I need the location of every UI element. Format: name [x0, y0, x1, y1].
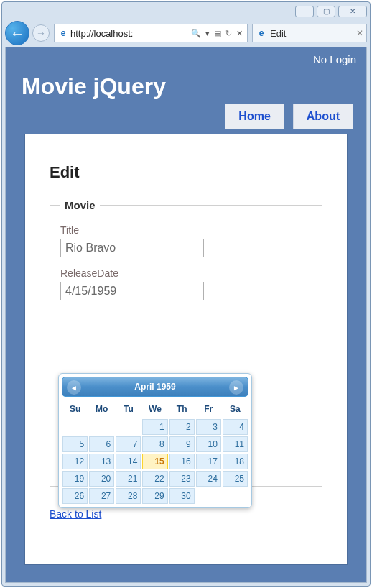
tab-close-icon[interactable]: ✕: [356, 28, 363, 38]
datepicker-day[interactable]: 3: [196, 419, 221, 435]
stop-icon[interactable]: ✕: [235, 29, 244, 38]
datepicker-day[interactable]: 13: [89, 454, 114, 469]
datepicker-day[interactable]: 21: [116, 471, 141, 487]
datepicker-day[interactable]: 7: [116, 436, 141, 452]
datepicker-empty-cell: [222, 487, 248, 505]
back-button[interactable]: ←: [5, 21, 29, 45]
arrow-left-icon: ←: [10, 25, 24, 42]
close-window-button[interactable]: ✕: [338, 6, 367, 17]
datepicker-day[interactable]: 9: [169, 436, 195, 452]
address-toolbar: ← → e http://localhost: 🔍 ▾ ▤ ↻ ✕ e Edit…: [2, 21, 370, 45]
window-titlebar: — ▢ ✕: [2, 2, 370, 21]
datepicker-day[interactable]: 25: [223, 471, 248, 487]
datepicker-day[interactable]: 5: [62, 436, 88, 452]
nav-about[interactable]: About: [293, 104, 353, 129]
chevron-right-icon: ►: [233, 384, 240, 392]
datepicker-day[interactable]: 4: [223, 419, 248, 435]
datepicker-day-header: Mo: [88, 400, 115, 418]
datepicker-day[interactable]: 16: [169, 454, 195, 469]
datepicker-day[interactable]: 26: [62, 488, 88, 504]
datepicker-empty-cell: [62, 418, 88, 436]
datepicker-day[interactable]: 30: [169, 488, 195, 504]
page-viewport: No Login Movie jQuery Home About Edit Mo…: [5, 47, 367, 583]
minimize-button[interactable]: —: [295, 6, 314, 17]
ie-icon: e: [256, 27, 267, 39]
datepicker-day[interactable]: 27: [89, 488, 114, 504]
compat-icon[interactable]: ▤: [213, 29, 223, 38]
datepicker-day-header: Fr: [195, 400, 222, 418]
datepicker-day-header: Su: [62, 400, 88, 418]
datepicker-empty-cell: [195, 487, 222, 505]
datepicker-day[interactable]: 29: [142, 488, 167, 504]
datepicker-day[interactable]: 2: [169, 419, 195, 435]
main-content: Edit Movie Title ReleaseDate Save Back t…: [24, 134, 348, 565]
forward-button[interactable]: →: [32, 24, 50, 42]
datepicker-day[interactable]: 15: [142, 454, 167, 469]
datepicker-next-button[interactable]: ►: [229, 380, 243, 395]
datepicker-prev-button[interactable]: ◄: [67, 380, 81, 395]
releasedate-input[interactable]: [60, 282, 204, 300]
datepicker-day[interactable]: 22: [142, 471, 167, 487]
datepicker-empty-cell: [88, 418, 115, 436]
site-brand: Movie jQuery: [22, 73, 166, 100]
title-label: Title: [60, 224, 312, 236]
datepicker-day[interactable]: 19: [62, 471, 88, 487]
arrow-right-icon: →: [36, 27, 46, 39]
page-heading: Edit: [50, 163, 322, 182]
datepicker-day[interactable]: 8: [142, 436, 167, 452]
browser-window: — ▢ ✕ ← → e http://localhost: 🔍 ▾ ▤ ↻ ✕ …: [1, 1, 371, 587]
datepicker-day[interactable]: 28: [116, 488, 141, 504]
nav-home[interactable]: Home: [225, 104, 284, 129]
datepicker-day[interactable]: 10: [196, 436, 221, 452]
ie-icon: e: [57, 27, 69, 39]
datepicker-grid: SuMoTuWeThFrSa 1234567891011121314151617…: [62, 400, 248, 505]
datepicker-day[interactable]: 12: [62, 454, 88, 469]
datepicker-day-header: Tu: [115, 400, 141, 418]
refresh-icon[interactable]: ↻: [224, 29, 233, 38]
title-input[interactable]: [60, 239, 204, 257]
datepicker-day[interactable]: 11: [223, 436, 248, 452]
datepicker-empty-cell: [115, 418, 141, 436]
datepicker-day[interactable]: 20: [89, 471, 114, 487]
search-icon[interactable]: 🔍: [190, 29, 203, 38]
address-bar[interactable]: e http://localhost: 🔍 ▾ ▤ ↻ ✕: [54, 24, 248, 42]
datepicker-title: April 1959: [134, 382, 175, 392]
releasedate-label: ReleaseDate: [60, 267, 312, 279]
datepicker-day[interactable]: 24: [196, 471, 221, 487]
datepicker-day-header: Th: [169, 400, 195, 418]
back-to-list-link[interactable]: Back to List: [50, 508, 101, 520]
datepicker-day[interactable]: 17: [196, 454, 221, 469]
login-status[interactable]: No Login: [313, 53, 356, 65]
fieldset-legend: Movie: [60, 199, 100, 211]
dropdown-icon[interactable]: ▾: [204, 29, 211, 38]
tab-title: Edit: [270, 28, 353, 39]
datepicker-day[interactable]: 1: [142, 419, 167, 435]
url-text: http://localhost:: [70, 28, 188, 39]
browser-tab[interactable]: e Edit ✕: [252, 24, 367, 42]
site-nav: Home About: [225, 104, 353, 129]
datepicker-day-header: Sa: [222, 400, 248, 418]
datepicker: ◄ April 1959 ► SuMoTuWeThFrSa 1234567891…: [58, 373, 252, 508]
datepicker-header: ◄ April 1959 ►: [62, 377, 248, 397]
datepicker-day-header: We: [141, 400, 168, 418]
datepicker-day[interactable]: 14: [116, 454, 141, 469]
datepicker-day[interactable]: 18: [223, 454, 248, 469]
datepicker-day[interactable]: 6: [89, 436, 114, 452]
maximize-button[interactable]: ▢: [317, 6, 335, 17]
chevron-left-icon: ◄: [70, 384, 78, 392]
datepicker-day[interactable]: 23: [169, 471, 195, 487]
